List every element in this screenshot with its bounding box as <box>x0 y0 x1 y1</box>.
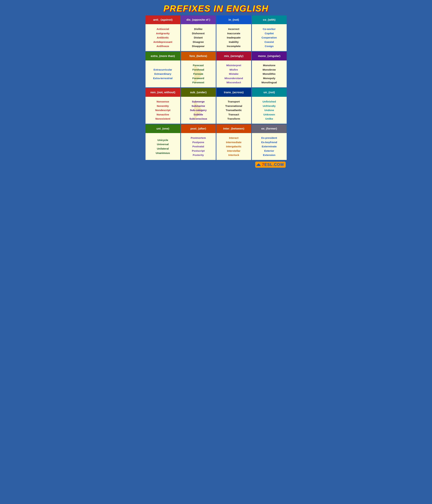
word-monobrow: Monobrow <box>263 68 276 72</box>
word-cooperation: Cooperation <box>261 36 277 40</box>
word-nonentity: Nonentity <box>157 104 169 108</box>
logo-bar: 7ESL.COM <box>145 162 287 168</box>
body-ex: Ex-presidentEx-boyfriendExterminateExter… <box>252 133 287 160</box>
word-monolingual: Monolingual <box>261 80 277 85</box>
word-disappear: Disappear <box>192 44 205 48</box>
word-unfriendly: Unfriendly <box>263 104 276 108</box>
body-anti: AntisocialAntigravityAntibioticAntidepre… <box>145 24 180 51</box>
word-inadequate: Inadequate <box>227 36 241 40</box>
header-mono: mono_(singular) <box>252 52 287 61</box>
header-anti: anti_ (against) <box>145 16 180 24</box>
word-antifreeze: Antifreeze <box>157 44 169 48</box>
body-uni: UnicycleUniversalUnilateralUnanimous <box>145 133 180 160</box>
section-post: post_(after)PostmortemPostponePostnatalP… <box>181 124 216 160</box>
word-dislike: Dislike <box>194 27 202 31</box>
prefixes-grid: anti_ (against)AntisocialAntigravityAnti… <box>145 16 287 160</box>
section-sub: sub_(under)SubmergeSubmarineSub-category… <box>181 88 216 124</box>
word-co-worker: Co-worker <box>263 27 276 31</box>
section-dis: dis_(opposite of )DislikeDishonestDistan… <box>181 16 216 51</box>
word-incorrect: Incorrect <box>228 27 239 31</box>
word-foremost: Foremost <box>192 80 204 85</box>
header-dis: dis_(opposite of ) <box>181 16 216 24</box>
word-undone: Undone <box>264 108 274 112</box>
word-intergalactic: Intergalactic <box>226 144 241 149</box>
word-posterity: Posterity <box>193 153 204 157</box>
word-nonactive: Nonactive <box>157 112 169 117</box>
word-ex-president: Ex-president <box>261 136 277 140</box>
word-monotone: Monotone <box>263 63 275 68</box>
body-post: PostmortemPostponePostnatalPostscriptPos… <box>181 133 216 160</box>
word-copilot: Copilot <box>265 31 274 36</box>
logo: 7ESL.COM <box>255 162 286 168</box>
section-uni: uni_(one)UnicycleUniversalUnilateralUnan… <box>145 124 180 160</box>
word-sub-category: Sub-category <box>190 108 207 112</box>
word-nonexistent: Nonexistent <box>155 117 170 121</box>
body-fore: ForecastForeheadForeseeForewordForemost <box>181 61 216 87</box>
word-misfire: Misfire <box>230 68 238 72</box>
word-antisocial: Antisocial <box>157 27 169 31</box>
header-in: in_(not) <box>216 16 251 24</box>
word-inability: Inability <box>229 40 239 44</box>
header-uni: uni_(one) <box>145 124 180 133</box>
word-universal: Universal <box>157 142 169 146</box>
page-title: PREFIXES IN ENGLISH <box>145 3 287 13</box>
section-extra: extra_(more than)ExtracurricularExtraord… <box>145 52 180 87</box>
body-in: IncorrectInaccurateInadequateInabilityIn… <box>216 24 251 51</box>
word-unlike: Unlike <box>265 117 273 121</box>
word-monolithic: Monolithic <box>263 72 276 76</box>
logo-hat-icon <box>256 163 261 166</box>
word-submarine: Submarine <box>191 104 205 108</box>
word-antidepressant: Antidepressant <box>153 40 172 44</box>
word-monopoly: Monopoly <box>263 76 275 81</box>
word-misinterpret: Misinterpret <box>226 63 241 68</box>
word-inaccurate: Inaccurate <box>227 31 240 36</box>
word-extra-terrestrial: Extra-terrestrial <box>153 76 172 81</box>
header-ex: ex_(former) <box>252 124 287 133</box>
word-nonsense: Nonsense <box>157 99 169 104</box>
body-inter: InteractIntermediateIntergalacticInterst… <box>216 133 251 160</box>
header-sub: sub_(under) <box>181 88 216 97</box>
header-trans: trans_(across) <box>216 88 251 97</box>
body-sub: SubmergeSubmarineSub-categorySubtitleSub… <box>181 97 216 124</box>
word-extraordinary: Extraordinary <box>154 72 171 76</box>
word-distant: Distant <box>194 36 203 40</box>
word-postnatal: Postnatal <box>192 144 204 149</box>
section-non: non_(not, without)NonsenseNonentityNonde… <box>145 88 180 124</box>
word-submerge: Submerge <box>192 99 205 104</box>
section-co: co_(with)Co-workerCopilotCooperationCoex… <box>252 16 287 51</box>
word-extracurricular: Extracurricular <box>153 68 172 72</box>
word-nondescript: Nondescript <box>155 108 170 112</box>
word-antigravity: Antigravity <box>156 31 170 36</box>
word-cosign: Cosign <box>265 44 274 48</box>
word-ex-boyfriend: Ex-boyfriend <box>261 140 277 144</box>
word-mistake: Mistake <box>229 72 239 76</box>
section-inter: inter_(between)InteractIntermediateInter… <box>216 124 251 160</box>
word-forecast: Forecast <box>193 63 204 68</box>
word-foresee: Foresee <box>193 72 203 76</box>
word-postpone: Postpone <box>192 140 204 144</box>
header-non: non_(not, without) <box>145 88 180 97</box>
header-co: co_(with) <box>252 16 287 24</box>
section-fore: fore_(before)ForecastForeheadForeseeFore… <box>181 52 216 87</box>
word-coexist: Coexist <box>264 40 274 44</box>
word-interlock: Interlock <box>228 153 239 157</box>
word-postscript: Postscript <box>192 149 205 153</box>
section-mis: mis_(wrongly)MisinterpretMisfireMistakeM… <box>216 52 251 87</box>
header-post: post_(after) <box>181 124 216 133</box>
word-interstellar: Interstellar <box>227 149 240 153</box>
word-unicycle: Unicycle <box>157 138 168 142</box>
word-intermediate: Intermediate <box>226 140 242 144</box>
header-fore: fore_(before) <box>181 52 216 61</box>
word-unanimous: Unanimous <box>156 151 170 155</box>
header-un: un_(not) <box>252 88 287 97</box>
word-interact: Interact <box>229 136 238 140</box>
section-mono: mono_(singular)MonotoneMonobrowMonolithi… <box>252 52 287 87</box>
body-trans: TransportTransnationalTransatlanticTrans… <box>216 97 251 124</box>
word-transport: Transport <box>228 99 240 104</box>
section-in: in_(not)IncorrectInaccurateInadequateIna… <box>216 16 251 51</box>
word-unilateral: Unilateral <box>157 146 169 151</box>
body-dis: DislikeDishonestDistantDisagreeDisappear <box>181 24 216 51</box>
body-co: Co-workerCopilotCooperationCoexistCosign <box>252 24 287 51</box>
word-unknown: Unknown <box>263 112 275 117</box>
word-transact: Transact <box>228 112 239 117</box>
